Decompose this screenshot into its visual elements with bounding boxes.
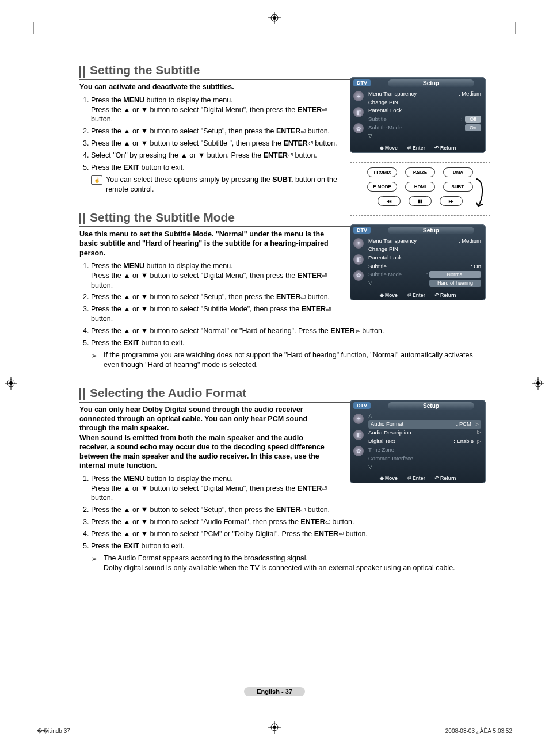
step: Press the EXIT button to exit. bbox=[91, 338, 482, 348]
svg-point-3 bbox=[273, 16, 276, 20]
note: ➢ If the programme you are watching does… bbox=[91, 350, 482, 370]
timestamp-label: 2008-03-03 ¿ÀÈÄ 5:03:52 bbox=[445, 728, 512, 734]
svg-point-11 bbox=[536, 381, 540, 385]
scroll-down-icon: ▽ bbox=[368, 279, 372, 288]
note: ☝ You can select these options simply by… bbox=[91, 175, 344, 194]
globe-icon: ✦ bbox=[353, 238, 364, 249]
remote-button-hdmi: HDMI bbox=[405, 182, 435, 192]
osd-setup-subtitle-mode: DTV Setup ✦ ◧ ✿ Menu Transparency: Mediu… bbox=[350, 224, 486, 300]
page-footer: English - 37 bbox=[0, 687, 549, 696]
hand-icon: ☝ bbox=[91, 175, 102, 185]
osd-menu: Menu Transparency: Medium Change PIN Par… bbox=[367, 235, 486, 289]
osd-dtv-badge: DTV bbox=[353, 227, 371, 234]
remote-button-ff: ▸▸ bbox=[440, 196, 463, 206]
subtitle-icon: ◧ bbox=[353, 107, 364, 117]
arrow-note-icon: ➢ bbox=[91, 553, 101, 573]
remote-button-dma: DMA bbox=[443, 167, 473, 177]
osd-setup-audio-format: DTV Setup ✦ ◧ ✿ △ Audio Format: PCM▷ Aud… bbox=[350, 400, 486, 484]
step: Press the ▲ or ▼ button to select "Norma… bbox=[91, 326, 482, 336]
gear-icon: ✿ bbox=[353, 123, 364, 133]
osd-setup-subtitle: DTV Setup ✦ ◧ ✿ Menu Transparency: Mediu… bbox=[350, 77, 486, 153]
right-illustrations: DTV Setup ✦ ◧ ✿ Menu Transparency: Mediu… bbox=[350, 77, 486, 216]
section-intro: Use this menu to set the Subtitle Mode. … bbox=[79, 230, 333, 258]
registration-mark-icon bbox=[5, 377, 17, 390]
step: Press the ▲ or ▼ button to select "Subti… bbox=[91, 139, 344, 148]
step: Press the ▲ or ▼ button to select "Setup… bbox=[91, 505, 482, 515]
section-audio-format: Selecting the Audio Format You can only … bbox=[79, 386, 482, 573]
source-file-label: ��i.indb 37 bbox=[37, 728, 70, 734]
gear-icon: ✿ bbox=[353, 270, 364, 281]
document-footer: ��i.indb 37 2008-03-03 ¿ÀÈÄ 5:03:52 bbox=[37, 728, 512, 734]
scroll-down-icon: ▽ bbox=[368, 463, 481, 471]
subtitle-icon: ◧ bbox=[353, 254, 364, 265]
remote-diagram: TTX/MIX P.SIZE DMA E.MODE HDMI SUBT. ◂◂ … bbox=[350, 162, 490, 216]
osd-dtv-badge: DTV bbox=[353, 79, 371, 86]
osd-footer: ◆ Move ⏎ Enter ↶ Return bbox=[350, 292, 486, 298]
step: Press the ▲ or ▼ button to select "PCM" … bbox=[91, 529, 482, 539]
osd-menu: Menu Transparency: Medium Change PIN Par… bbox=[367, 87, 486, 142]
page: Setting the Subtitle You can activate an… bbox=[0, 0, 549, 756]
option-hard-of-hearing: Hard of hearing bbox=[429, 280, 481, 287]
osd-sidebar-icons: ✦ ◧ ✿ bbox=[350, 87, 367, 142]
globe-icon: ✦ bbox=[353, 91, 364, 101]
callout-arrow-icon bbox=[476, 174, 491, 209]
crop-mark bbox=[33, 22, 44, 34]
registration-mark-icon bbox=[268, 12, 281, 24]
section-subtitle-mode: Setting the Subtitle Mode Use this menu … bbox=[79, 211, 482, 370]
scroll-up-icon: △ bbox=[368, 413, 481, 421]
remote-button-subt: SUBT. bbox=[443, 182, 473, 192]
globe-icon: ✦ bbox=[353, 414, 364, 424]
remote-button-pause: ▮▮ bbox=[409, 196, 432, 206]
step: Select "On" by pressing the ▲ or ▼ butto… bbox=[91, 151, 344, 161]
osd-title: Setup bbox=[388, 227, 474, 234]
crop-mark bbox=[505, 22, 516, 34]
option-off: Off bbox=[465, 116, 481, 123]
subtitle-icon: ◧ bbox=[353, 430, 364, 440]
osd-title: Setup bbox=[388, 79, 474, 87]
remote-button-psize: P.SIZE bbox=[405, 167, 435, 177]
osd-footer: ◆ Move ⏎ Enter ↶ Return bbox=[350, 475, 486, 481]
step: Press the EXIT button to exit. bbox=[91, 541, 482, 551]
registration-mark-icon bbox=[532, 377, 544, 390]
note: ➢ The Audio Format appears according to … bbox=[91, 553, 482, 573]
section-subtitle: Setting the Subtitle You can activate an… bbox=[79, 63, 482, 194]
step: Press the MENU button to display the men… bbox=[91, 261, 344, 291]
osd-sidebar-icons: ✦ ◧ ✿ bbox=[350, 235, 367, 289]
remote-button-rew: ◂◂ bbox=[378, 196, 401, 206]
svg-point-7 bbox=[9, 381, 13, 385]
remote-button-ttx: TTX/MIX bbox=[367, 167, 397, 177]
right-illustrations: DTV Setup ✦ ◧ ✿ Menu Transparency: Mediu… bbox=[350, 224, 486, 310]
step: Press the EXIT button to exit. bbox=[91, 163, 344, 173]
step: Press the ▲ or ▼ button to select "Setup… bbox=[91, 292, 344, 302]
step: Press the MENU button to display the men… bbox=[91, 96, 344, 125]
scroll-down-icon: ▽ bbox=[368, 132, 481, 140]
step: Press the MENU button to display the men… bbox=[91, 474, 344, 503]
step: Press the ▲ or ▼ button to select "Setup… bbox=[91, 127, 344, 136]
option-on: On bbox=[465, 124, 481, 131]
section-intro: You can only hear Dolby Digital sound th… bbox=[79, 405, 333, 471]
osd-footer: ◆ Move ⏎ Enter ↶ Return bbox=[350, 145, 486, 151]
content: Setting the Subtitle You can activate an… bbox=[79, 63, 482, 589]
option-normal: Normal bbox=[429, 271, 481, 278]
remote-button-emode: E.MODE bbox=[367, 182, 397, 192]
section-intro: You can activate and deactivate the subt… bbox=[79, 82, 333, 91]
osd-menu: △ Audio Format: PCM▷ Audio Description▷ … bbox=[367, 410, 486, 472]
steps-list: Press the MENU button to display the men… bbox=[79, 96, 344, 173]
page-number-label: English - 37 bbox=[244, 687, 305, 696]
step: Press the ▲ or ▼ button to select "Audio… bbox=[91, 517, 482, 527]
right-illustrations: DTV Setup ✦ ◧ ✿ △ Audio Format: PCM▷ Aud… bbox=[350, 400, 486, 493]
osd-dtv-badge: DTV bbox=[353, 402, 371, 409]
arrow-note-icon: ➢ bbox=[91, 350, 101, 370]
gear-icon: ✿ bbox=[353, 446, 364, 456]
step: Press the ▲ or ▼ button to select "Subti… bbox=[91, 304, 344, 324]
osd-title: Setup bbox=[388, 402, 474, 410]
osd-sidebar-icons: ✦ ◧ ✿ bbox=[350, 410, 367, 472]
